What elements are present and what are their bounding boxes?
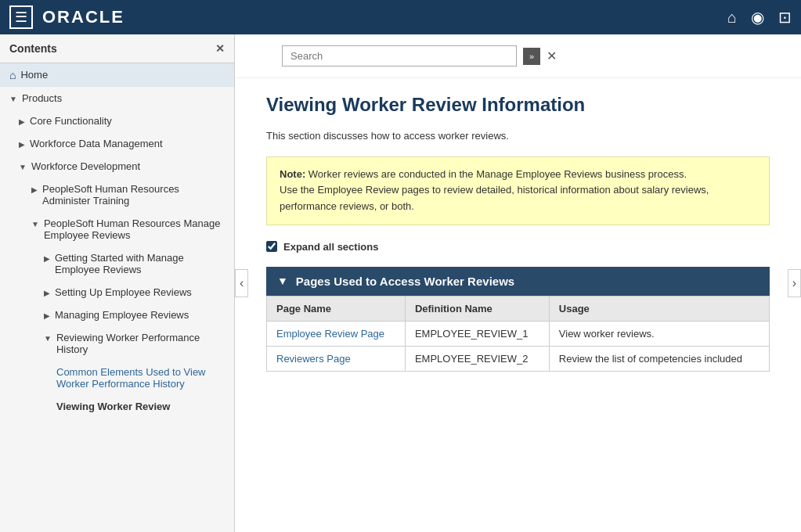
section-title: Pages Used to Access Worker Reviews [296,275,514,288]
expand-arrow-core: ▶ [19,117,25,126]
section-header[interactable]: ▼ Pages Used to Access Worker Reviews [266,267,770,296]
sidebar-item-viewing-label: Viewing Worker Review [56,401,170,412]
collapse-arrow-workforce-dev: ▼ [19,163,27,171]
note-line2: Use the Employee Review pages to review … [280,182,756,215]
sidebar-item-products[interactable]: ▼ Products [0,87,234,110]
employee-review-page-link[interactable]: Employee Review Page [276,328,384,340]
collapse-arrow-products: ▼ [9,95,17,103]
sidebar-item-workforce-dev[interactable]: ▼ Workforce Development [0,155,234,178]
sidebar-item-getting-started[interactable]: ▶ Getting Started with Manage Employee R… [0,246,234,281]
sidebar-item-workforce-data-label: Workforce Data Management [30,138,163,149]
location-nav-icon[interactable]: ◉ [751,8,764,27]
table-cell-def-name-1: EMPLOYEE_REVIEW_1 [405,321,549,346]
sidebar-item-home-label: Home [20,69,48,81]
home-nav-icon[interactable]: ⌂ [727,9,737,27]
reviewers-page-link[interactable]: Reviewers Page [276,353,351,365]
sidebar-header: Contents ✕ [0,34,234,63]
menu-icon[interactable]: ☰ [9,5,33,29]
pages-table: Page Name Definition Name Usage Employee… [266,296,770,372]
sidebar-item-viewing-worker[interactable]: Viewing Worker Review [0,395,234,418]
note-bold: Note: [280,168,305,180]
intro-text: This section discusses how to access wor… [266,128,770,144]
search-bar: » ✕ [235,34,801,78]
expand-arrow-setting-up: ▶ [44,289,50,297]
sidebar-item-managing[interactable]: ▶ Managing Employee Reviews [0,304,234,326]
sidebar-item-workforce-dev-label: Workforce Development [31,160,140,172]
sidebar-item-workforce-data[interactable]: ▶ Workforce Data Management [0,132,234,155]
sidebar-item-peoplesoft-hr-train[interactable]: ▶ PeopleSoft Human Resources Administer … [0,178,234,212]
sidebar-item-peoplesoft-hr-manage[interactable]: ▼ PeopleSoft Human Resources Manage Empl… [0,212,234,246]
sidebar-item-reviewing-label: Reviewing Worker Performance History [56,332,225,355]
col-usage: Usage [549,296,769,321]
sidebar-item-getting-started-label: Getting Started with Manage Employee Rev… [55,252,225,275]
table-row: Reviewers Page EMPLOYEE_REVIEW_2 Review … [267,346,770,371]
prev-page-button[interactable]: ‹ [235,269,248,297]
expand-all-control: Expand all sections [266,241,770,253]
table-header-row: Page Name Definition Name Usage [267,296,770,321]
search-button[interactable]: » [523,48,540,65]
table-cell-page-name-1: Employee Review Page [267,321,406,346]
content-area: » ✕ ‹ › Viewing Worker Review Informatio… [235,34,801,532]
table-row: Employee Review Page EMPLOYEE_REVIEW_1 V… [267,321,770,346]
sidebar-item-hr-manage-label: PeopleSoft Human Resources Manage Employ… [44,217,225,241]
content-scroll: Viewing Worker Review Information This s… [235,78,801,532]
sidebar-item-common-elements[interactable]: Common Elements Used to View Worker Perf… [0,361,234,395]
sidebar-item-core-label: Core Functionality [30,115,112,127]
top-navigation: ☰ ORACLE ⌂ ◉ ⊡ [0,0,801,34]
home-icon: ⌂ [9,69,16,81]
expand-arrow-managing: ▶ [44,311,50,320]
note-line1: Note: Worker reviews are conducted in th… [280,167,756,183]
page-title: Viewing Worker Review Information [266,94,770,116]
next-page-button[interactable]: › [788,269,801,297]
sidebar-item-managing-label: Managing Employee Reviews [55,309,189,321]
sidebar-item-products-label: Products [22,92,62,104]
nav-icon-group: ⌂ ◉ ⊡ [727,8,792,27]
note-text1: Worker reviews are conducted in the Mana… [305,168,687,180]
search-input[interactable] [282,45,517,66]
table-cell-usage-1: View worker reviews. [549,321,769,346]
clear-search-button[interactable]: ✕ [547,49,557,63]
close-sidebar-button[interactable]: ✕ [215,42,225,55]
expand-all-label: Expand all sections [283,241,378,253]
note-box: Note: Worker reviews are conducted in th… [266,156,770,225]
sidebar-item-setting-up[interactable]: ▶ Setting Up Employee Reviews [0,281,234,304]
table-cell-page-name-2: Reviewers Page [267,346,406,371]
expand-arrow-getting-started: ▶ [44,254,50,263]
sidebar-item-home[interactable]: ⌂ Home [0,63,234,87]
sidebar-title: Contents [9,42,57,55]
sidebar-item-setting-up-label: Setting Up Employee Reviews [55,286,192,298]
sidebar-item-hr-train-label: PeopleSoft Human Resources Administer Tr… [42,183,225,207]
col-definition-name: Definition Name [405,296,549,321]
sidebar-link-common-elements[interactable]: Common Elements Used to View Worker Perf… [56,366,225,390]
collapse-arrow-reviewing: ▼ [44,334,52,343]
sidebar-item-reviewing[interactable]: ▼ Reviewing Worker Performance History [0,326,234,361]
oracle-logo: ORACLE [42,7,727,27]
expand-arrow-workforce-data: ▶ [19,140,25,149]
col-page-name: Page Name [267,296,406,321]
sidebar-item-core-functionality[interactable]: ▶ Core Functionality [0,110,234,132]
collapse-arrow-hr-manage: ▼ [31,220,39,228]
collapse-section-icon: ▼ [277,275,288,287]
main-area: Contents ✕ ⌂ Home ▼ Products ▶ Core Func… [0,34,801,532]
table-cell-def-name-2: EMPLOYEE_REVIEW_2 [405,346,549,371]
search-nav-icon[interactable]: ⊡ [778,8,792,27]
sidebar: Contents ✕ ⌂ Home ▼ Products ▶ Core Func… [0,34,235,532]
expand-all-checkbox[interactable] [266,241,277,252]
expand-arrow-hr-train: ▶ [31,185,38,194]
table-cell-usage-2: Review the list of competencies included [549,346,769,371]
